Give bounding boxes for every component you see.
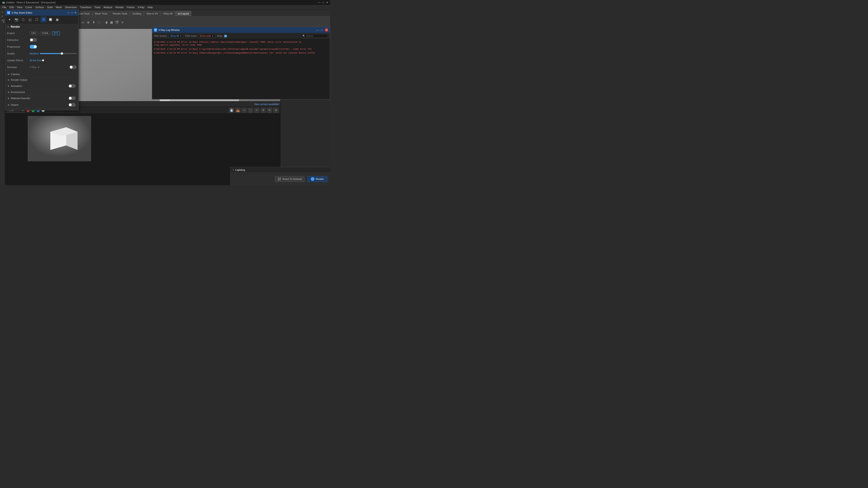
render-icon-crop[interactable]: ✂ — [254, 108, 259, 113]
material-override-toggle[interactable] — [68, 96, 76, 100]
sidebar-item-1[interactable]: S — [0, 10, 4, 14]
menu-file[interactable]: File — [1, 5, 8, 9]
menu-vray[interactable]: V-Ray — [136, 5, 146, 9]
engine-value: CPU | CUDA | RTX ⋮ — [30, 31, 76, 35]
environment-subsection[interactable]: ▶ Environment — [7, 89, 76, 95]
minimize-button[interactable]: — — [318, 1, 321, 4]
menu-mesh[interactable]: Mesh — [54, 5, 63, 9]
svg-rect-11 — [278, 179, 279, 180]
vray-log-title-bar: V V-Ray Log Window — □ ✕ — [152, 27, 330, 33]
render-output-arrow-icon: ▶ — [8, 79, 9, 81]
log-restore-button[interactable]: □ — [320, 28, 323, 32]
toolbar-btn-shade[interactable]: ◑ — [103, 20, 108, 25]
interactive-toggle[interactable] — [30, 38, 37, 42]
log-win-controls: — □ ✕ — [316, 28, 328, 32]
vray-close-button[interactable]: ✕ — [74, 11, 76, 14]
filter-level-label: Filter Level — [185, 35, 196, 37]
tab-ort-layout[interactable]: ort Layout — [175, 11, 191, 16]
title-bar: 🦏 Untitled - Rhino 6 Educational - [Pers… — [0, 0, 330, 5]
update-effects-row: Update Effects At the End — [7, 58, 76, 63]
swarm-subsection[interactable]: ▶ Swarm — [7, 102, 76, 108]
menu-help[interactable]: Help — [146, 5, 154, 9]
lighting-header: ▼ Lighting — [230, 167, 330, 173]
vray-btn-geometry[interactable]: 🔲 — [48, 17, 53, 23]
render-icon-frame[interactable]: ⬚ — [248, 108, 253, 113]
quality-slider-thumb[interactable] — [61, 52, 63, 55]
log-search-box[interactable]: 🔍 Search — [301, 34, 328, 38]
vray-btn-settings[interactable]: ⚙ — [40, 17, 46, 23]
vray-btn-environment[interactable]: ☐ — [34, 17, 40, 23]
toolbar-btn-plane[interactable]: ▭ — [80, 20, 85, 25]
toolbar-btn-vray[interactable]: V — [120, 20, 125, 25]
close-button[interactable]: ✕ — [326, 1, 328, 4]
log-close-button[interactable]: ✕ — [325, 28, 328, 32]
menu-dimension[interactable]: Dimension — [64, 5, 78, 9]
tab-render-tools[interactable]: Render Tools — [110, 11, 130, 16]
menu-panels[interactable]: Panels — [126, 5, 136, 9]
maximize-button[interactable]: □ — [322, 1, 324, 4]
quality-slider-fill — [40, 53, 62, 54]
vray-btn-textures[interactable]: ◱ — [27, 17, 33, 23]
tab-mesh-tools[interactable]: Mesh Tools — [92, 11, 110, 16]
tab-drafting[interactable]: Drafting — [130, 11, 144, 16]
vray-restore-button[interactable]: □ — [71, 11, 73, 14]
render-icon-save[interactable]: 💾 — [229, 108, 234, 113]
denoiser-toggle-knob — [70, 66, 72, 68]
preview-scene-svg — [28, 116, 91, 161]
render-icon-export[interactable]: 📤 — [235, 108, 240, 113]
camera-subsection[interactable]: ▶ Camera — [7, 71, 76, 77]
vray-btn-render2[interactable]: ▣ — [54, 17, 60, 23]
toolbar-btn-torus[interactable]: ⊗ — [86, 20, 91, 25]
render-icon-history[interactable]: ↺ — [261, 108, 266, 113]
vray-render-section-header[interactable]: ▼ Render — [7, 25, 76, 28]
menu-curve[interactable]: Curve — [24, 5, 33, 9]
menu-transform[interactable]: Transform — [79, 5, 93, 9]
menu-surface[interactable]: Surface — [34, 5, 45, 9]
material-override-toggle-container — [68, 96, 76, 100]
filter-source-value: Show All — [170, 35, 179, 37]
render-icon-redo2[interactable]: ↻ — [267, 108, 272, 113]
toolbar-btn-wire[interactable]: ▦ — [109, 20, 114, 25]
sidebar-item-2[interactable]: C — [0, 15, 4, 18]
log-minimize-button[interactable]: — — [316, 28, 319, 32]
animation-toggle[interactable] — [68, 84, 76, 88]
engine-cpu-btn[interactable]: CPU — [30, 31, 38, 35]
menu-edit[interactable]: Edit — [8, 5, 15, 9]
render-icon-reset[interactable]: ⟲ — [273, 108, 278, 113]
menu-tools[interactable]: Tools — [93, 5, 102, 9]
filter-source-select[interactable]: Show All ▼ — [169, 34, 183, 38]
swarm-arrow-icon: ▶ — [8, 104, 9, 106]
tab-new-v6[interactable]: New in V6 — [144, 11, 160, 16]
material-override-arrow-icon: ▶ — [8, 97, 9, 99]
interactive-row: Interactive — [7, 37, 76, 42]
animation-subsection[interactable]: ▶ Animation — [7, 83, 76, 89]
menu-solid[interactable]: Solid — [46, 5, 54, 9]
engine-rtx-btn[interactable]: RTX — [52, 31, 60, 35]
vray-minimize-button[interactable]: — — [67, 11, 70, 14]
wrap-checkbox[interactable]: ✓ — [224, 35, 227, 37]
vray-btn-materials[interactable]: ⬡ — [20, 17, 26, 23]
render-output-subsection[interactable]: ▶ Render Output — [7, 77, 76, 83]
toolbar-btn-render-view[interactable]: 🎬 — [115, 20, 120, 25]
tab-vray-all[interactable]: VRay All — [160, 11, 175, 16]
toolbar-btn-loft[interactable]: ⬛ — [97, 20, 101, 25]
filter-level-select[interactable]: Errors only ▼ — [198, 34, 215, 38]
denoiser-toggle[interactable] — [69, 65, 76, 69]
update-effects-label: Update Effects — [7, 59, 30, 62]
engine-cuda-btn[interactable]: CUDA — [40, 31, 50, 35]
progressive-toggle[interactable] — [30, 45, 37, 49]
quality-slider-track[interactable] — [40, 53, 76, 54]
reset-defaults-button[interactable]: Reset To Defaults — [275, 176, 305, 182]
vray-btn-camera2[interactable]: 📷 — [13, 17, 19, 23]
render-icon-select[interactable]: ⊹ — [242, 108, 247, 113]
menu-analyze[interactable]: Analyze — [102, 5, 114, 9]
engine-more-btn[interactable]: ⋮ — [61, 32, 63, 35]
menu-render[interactable]: Render — [114, 5, 125, 9]
vray-btn-lights[interactable]: ✦ — [7, 17, 12, 23]
swarm-toggle[interactable] — [68, 103, 76, 107]
render-button[interactable]: Render — [307, 176, 327, 182]
menu-view[interactable]: View — [16, 5, 24, 9]
material-override-subsection[interactable]: ▶ Material Override — [7, 95, 76, 102]
toolbar-btn-extrude[interactable]: ⬆ — [91, 20, 96, 25]
render-btn-label: Render — [316, 178, 324, 180]
